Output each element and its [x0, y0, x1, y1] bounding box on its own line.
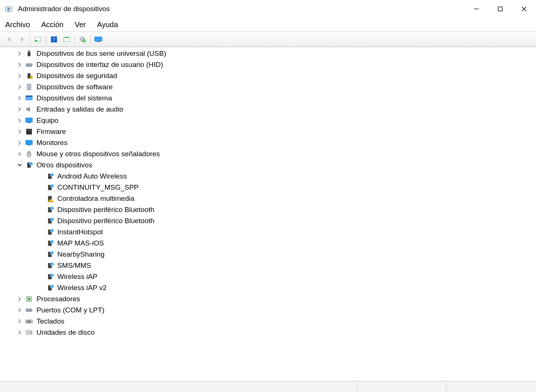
expander-icon[interactable]	[16, 128, 23, 135]
node-label: Unidades de disco	[36, 328, 95, 337]
Dispositivos de software device-icon	[25, 83, 34, 91]
expander-placeholder	[37, 251, 44, 258]
tree-category-11[interactable]: Procesadores	[0, 293, 536, 305]
toolbar-separator	[46, 35, 46, 44]
tree-category-13[interactable]: Teclados	[0, 316, 536, 327]
tree-child-10-1[interactable]: CONTINUITY_MSG_SPP	[0, 182, 536, 193]
node-label: Dispositivos del sistema	[36, 94, 112, 102]
menu-ver[interactable]: Ver	[75, 20, 86, 29]
tree-child-10-10[interactable]: Wireless iAP v2	[0, 282, 536, 293]
node-label: Firmware	[36, 128, 66, 136]
scan-hardware-button[interactable]	[93, 34, 105, 45]
window-title: Administrador de dispositivos	[18, 5, 110, 13]
expander-placeholder	[37, 273, 44, 280]
expander-icon[interactable]	[16, 95, 23, 102]
expander-icon[interactable]	[16, 139, 23, 146]
tree-category-14[interactable]: Unidades de disco	[0, 327, 536, 338]
Controladora multimedia device-icon	[45, 194, 54, 203]
expander-placeholder	[37, 206, 44, 213]
expander-icon[interactable]	[16, 318, 23, 325]
toolbar-separator	[30, 35, 30, 44]
tree-category-6[interactable]: Equipo	[0, 115, 536, 126]
Wireless iAP v2 device-icon	[45, 283, 54, 292]
minimize-button[interactable]	[465, 0, 488, 18]
help-button[interactable]	[48, 34, 60, 45]
node-label: Equipo	[36, 116, 58, 125]
node-label: Otros dispositivos	[36, 161, 92, 169]
NearbySharing device-icon	[45, 250, 54, 259]
SMS/MMS device-icon	[45, 261, 54, 270]
Dispositivos del sistema device-icon	[25, 94, 34, 103]
expander-placeholder	[37, 285, 44, 291]
tree-child-10-5[interactable]: InstantHotspot	[0, 226, 536, 238]
tree-category-4[interactable]: Dispositivos del sistema	[0, 93, 536, 104]
expander-placeholder	[37, 184, 44, 191]
tree-category-8[interactable]: Monitores	[0, 137, 536, 148]
expander-placeholder	[37, 229, 44, 235]
expander-icon[interactable]	[16, 106, 23, 113]
Puertos (COM y LPT) device-icon	[25, 306, 34, 315]
device-tree[interactable]: Dispositivos de bus serie universal (USB…	[0, 47, 536, 381]
node-label: Wireless iAP	[57, 273, 98, 281]
close-button[interactable]	[512, 0, 536, 18]
expander-icon[interactable]	[16, 117, 23, 124]
add-hardware-button[interactable]	[77, 34, 89, 45]
properties-button[interactable]	[61, 34, 73, 45]
forward-button[interactable]	[16, 34, 28, 45]
expander-icon[interactable]	[16, 307, 23, 314]
tree-category-5[interactable]: Entradas y salidas de audio	[0, 104, 536, 115]
tree-child-10-3[interactable]: Dispositivo periférico Bluetooth	[0, 204, 536, 215]
node-label: Dispositivo periférico Bluetooth	[57, 217, 154, 225]
expander-placeholder	[37, 218, 44, 224]
menu-accion[interactable]: Acción	[41, 20, 64, 29]
back-button[interactable]	[3, 34, 15, 45]
toolbar-separator	[90, 35, 91, 44]
Otros dispositivos device-icon	[25, 161, 34, 170]
node-label: Dispositivo periférico Bluetooth	[57, 206, 154, 214]
node-label: Teclados	[36, 317, 64, 325]
expander-icon[interactable]	[16, 329, 23, 336]
tree-category-0[interactable]: Dispositivos de bus serie universal (USB…	[0, 48, 536, 59]
Monitores device-icon	[25, 138, 34, 147]
node-label: Procesadores	[36, 295, 80, 303]
Mouse y otros dispositivos señaladores device-icon	[25, 150, 34, 158]
node-label: InstantHotspot	[57, 228, 103, 236]
tree-category-2[interactable]: Dispositivos de seguridad	[0, 70, 536, 81]
node-label: Mouse y otros dispositivos señaladores	[36, 150, 160, 158]
toolbar	[0, 32, 536, 47]
tree-category-3[interactable]: Dispositivos de software	[0, 81, 536, 93]
Wireless iAP device-icon	[45, 272, 54, 281]
tree-category-9[interactable]: Mouse y otros dispositivos señaladores	[0, 148, 536, 160]
tree-child-10-6[interactable]: MAP MAS-iOS	[0, 238, 536, 249]
tree-category-10[interactable]: Otros dispositivos	[0, 160, 536, 171]
tree-child-10-9[interactable]: Wireless iAP	[0, 271, 536, 282]
maximize-button[interactable]	[488, 0, 512, 18]
tree-child-10-7[interactable]: NearbySharing	[0, 249, 536, 260]
Android Auto Wireless device-icon	[45, 172, 54, 181]
InstantHotspot device-icon	[45, 228, 54, 237]
expander-icon[interactable]	[16, 162, 23, 168]
menu-ayuda[interactable]: Ayuda	[97, 20, 118, 29]
expander-placeholder	[37, 240, 44, 247]
tree-child-10-4[interactable]: Dispositivo periférico Bluetooth	[0, 215, 536, 226]
node-label: Wireless iAP v2	[57, 284, 107, 292]
tree-child-10-2[interactable]: Controladora multimedia	[0, 193, 536, 204]
CONTINUITY_MSG_SPP device-icon	[45, 183, 54, 192]
expander-placeholder	[37, 195, 44, 202]
expander-icon[interactable]	[16, 151, 23, 157]
expander-placeholder	[37, 262, 44, 269]
expander-icon[interactable]	[16, 73, 23, 79]
expander-icon[interactable]	[16, 296, 23, 302]
expander-icon[interactable]	[16, 61, 23, 68]
show-hidden-button[interactable]	[32, 34, 44, 45]
menu-archivo[interactable]: Archivo	[5, 20, 30, 29]
tree-category-12[interactable]: Puertos (COM y LPT)	[0, 305, 536, 316]
expander-icon[interactable]	[16, 84, 23, 90]
tree-child-10-8[interactable]: SMS/MMS	[0, 260, 536, 271]
tree-category-7[interactable]: Firmware	[0, 126, 536, 137]
node-label: MAP MAS-iOS	[57, 239, 104, 247]
expander-icon[interactable]	[16, 50, 23, 57]
tree-category-1[interactable]: Dispositivos de interfaz de usuario (HID…	[0, 59, 536, 70]
tree-child-10-0[interactable]: Android Auto Wireless	[0, 171, 536, 182]
node-label: Controladora multimedia	[57, 195, 134, 203]
